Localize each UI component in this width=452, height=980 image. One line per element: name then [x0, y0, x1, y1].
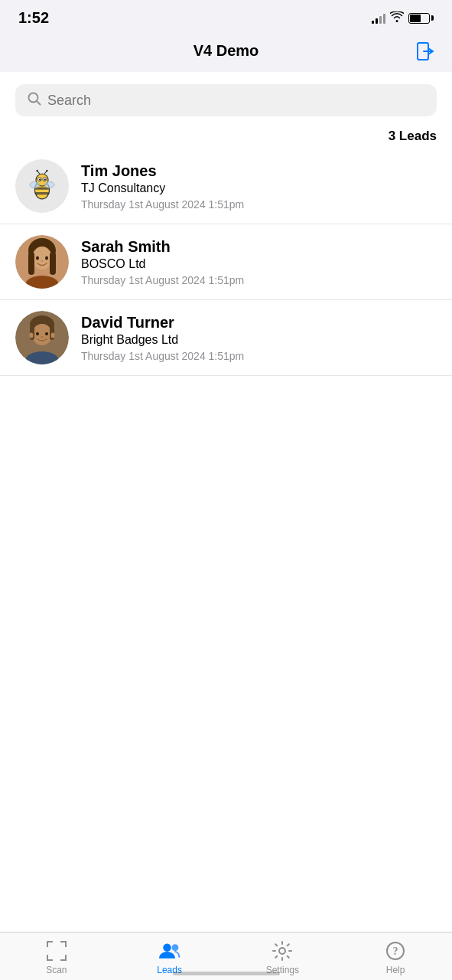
svg-point-34	[36, 332, 39, 335]
status-icons	[372, 11, 434, 24]
svg-point-39	[163, 943, 171, 952]
leads-count: 3 Leads	[389, 129, 437, 144]
lead-name: David Turner	[81, 314, 437, 332]
svg-point-26	[45, 256, 48, 260]
lead-info: David Turner Bright Badges Ltd Thursday …	[81, 314, 437, 362]
lead-name: Sarah Smith	[81, 238, 437, 256]
lead-date: Thursday 1st August 2024 1:51pm	[81, 350, 437, 362]
svg-point-14	[36, 170, 37, 172]
svg-point-30	[32, 324, 52, 345]
search-icon	[28, 92, 41, 109]
svg-rect-22	[28, 252, 34, 275]
lead-company: Bright Badges Ltd	[81, 333, 437, 347]
tab-scan[interactable]: Scan	[0, 933, 113, 980]
search-input[interactable]	[47, 93, 424, 109]
lead-company: BOSCO Ltd	[81, 257, 437, 271]
svg-point-36	[41, 336, 44, 338]
svg-point-35	[45, 332, 48, 335]
lead-date: Thursday 1st August 2024 1:51pm	[81, 198, 437, 211]
avatar	[15, 311, 69, 364]
leads-count-row: 3 Leads	[0, 122, 452, 149]
logout-button[interactable]	[415, 41, 437, 65]
signal-icon	[372, 13, 385, 24]
home-indicator	[173, 972, 280, 975]
header: V4 Demo	[0, 33, 452, 72]
svg-point-18	[44, 181, 54, 188]
lead-company: TJ Consultancy	[81, 181, 437, 195]
tab-help[interactable]: ? Help	[339, 933, 452, 980]
settings-icon	[272, 940, 293, 962]
battery-icon	[408, 13, 434, 24]
svg-rect-23	[50, 252, 56, 275]
tab-scan-label: Scan	[46, 965, 67, 975]
status-time: 1:52	[18, 9, 49, 27]
avatar	[15, 159, 69, 213]
help-icon: ?	[385, 940, 406, 962]
svg-rect-7	[34, 192, 49, 194]
page-title: V4 Demo	[193, 42, 259, 60]
svg-point-41	[279, 948, 285, 954]
svg-point-21	[32, 247, 52, 270]
scan-icon	[46, 940, 67, 962]
search-container	[0, 72, 452, 122]
svg-point-16	[46, 170, 47, 172]
svg-point-17	[30, 181, 40, 188]
lead-info: Tim Jones TJ Consultancy Thursday 1st Au…	[81, 162, 437, 211]
lead-date: Thursday 1st August 2024 1:51pm	[81, 274, 437, 286]
search-box[interactable]	[15, 84, 437, 116]
svg-text:?: ?	[393, 946, 398, 957]
list-item[interactable]: David Turner Bright Badges Ltd Thursday …	[0, 300, 452, 376]
lead-info: Sarah Smith BOSCO Ltd Thursday 1st Augus…	[81, 238, 437, 286]
svg-point-27	[41, 260, 44, 262]
svg-point-38	[51, 333, 55, 338]
avatar	[15, 235, 69, 289]
svg-point-37	[30, 333, 34, 338]
status-bar: 1:52	[0, 0, 452, 33]
svg-line-3	[37, 101, 41, 105]
tab-help-label: Help	[386, 965, 405, 975]
svg-point-11	[39, 178, 41, 180]
lead-name: Tim Jones	[81, 162, 437, 180]
wifi-icon	[390, 11, 404, 24]
list-item[interactable]: Sarah Smith BOSCO Ltd Thursday 1st Augus…	[0, 224, 452, 300]
list-item[interactable]: Tim Jones TJ Consultancy Thursday 1st Au…	[0, 149, 452, 224]
svg-point-12	[44, 178, 45, 180]
leads-list: Tim Jones TJ Consultancy Thursday 1st Au…	[0, 149, 452, 376]
leads-icon	[159, 940, 180, 962]
svg-point-40	[171, 944, 178, 951]
svg-point-25	[36, 256, 39, 260]
